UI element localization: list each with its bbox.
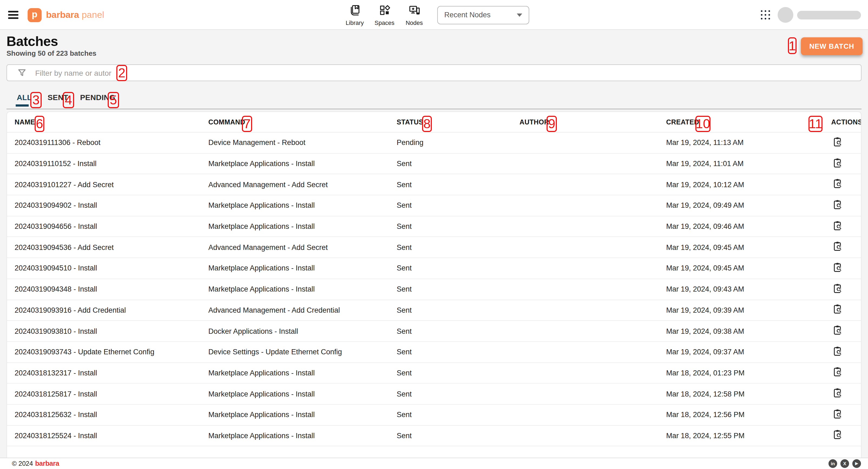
batch-created: Mar 19, 2024, 09:38 AM	[666, 327, 831, 335]
tab-pending[interactable]: PENDING	[80, 93, 115, 102]
batch-name: 20240318125524 - Install	[14, 432, 208, 440]
copyright-text: © 2024	[12, 460, 33, 467]
nav-library-label: Library	[345, 19, 364, 26]
table-row[interactable]: 20240319110152 - Install Marketplace App…	[7, 153, 861, 174]
view-batch-details-button[interactable]	[832, 262, 844, 274]
table-row[interactable]: 20240319094348 - Install Marketplace App…	[7, 279, 861, 300]
youtube-icon[interactable]: ▶	[852, 459, 861, 468]
table-row[interactable]: 20240319093810 - Install Docker Applicat…	[7, 321, 861, 342]
batch-status: Sent	[397, 327, 520, 335]
view-batch-details-button[interactable]	[832, 179, 844, 190]
batch-author	[520, 264, 666, 272]
nav-library[interactable]: Library	[340, 2, 370, 27]
library-icon	[349, 4, 361, 18]
view-batch-details-button[interactable]	[832, 137, 844, 149]
batch-status: Sent	[397, 201, 520, 210]
view-batch-details-button[interactable]	[832, 367, 844, 379]
batch-created: Mar 19, 2024, 09:49 AM	[666, 201, 831, 210]
view-batch-details-button[interactable]	[832, 283, 844, 295]
menu-icon[interactable]	[8, 11, 19, 19]
batch-status: Sent	[397, 264, 520, 272]
clipboard-search-icon	[832, 137, 843, 149]
filter-bar	[6, 64, 862, 81]
table-row[interactable]: 20240318125524 - Install Marketplace App…	[7, 426, 861, 446]
view-batch-details-button[interactable]	[832, 158, 844, 169]
batch-created: Mar 19, 2024, 11:01 AM	[666, 160, 831, 168]
table-row[interactable]: 20240319094902 - Install Marketplace App…	[7, 195, 861, 216]
table-row[interactable]: 20240319094656 - Install Marketplace App…	[7, 216, 861, 237]
view-batch-details-button[interactable]	[832, 388, 844, 400]
column-header-author[interactable]: AUTHOR	[520, 118, 666, 126]
batch-name: 20240319094348 - Install	[14, 285, 208, 293]
table-row[interactable]: 20240319111306 - Reboot Device Managemen…	[7, 132, 861, 153]
view-batch-details-button[interactable]	[832, 220, 844, 232]
batch-command: Advanced Management - Add Credential	[208, 306, 397, 314]
view-batch-details-button[interactable]	[832, 242, 844, 253]
batch-created: Mar 19, 2024, 11:13 AM	[666, 139, 831, 147]
apps-grid-icon[interactable]	[761, 10, 770, 20]
footer: © 2024 barbara inX▶	[0, 458, 868, 469]
table-row[interactable]: 20240319094536 - Add Secret Advanced Man…	[7, 237, 861, 258]
tab-sent[interactable]: SENT	[48, 93, 68, 102]
batch-author	[520, 306, 666, 314]
table-row[interactable]: 20240319093743 - Update Ethernet Config …	[7, 342, 861, 363]
batch-created: Mar 19, 2024, 09:46 AM	[666, 222, 831, 230]
table-row[interactable]: 20240319093916 - Add Credential Advanced…	[7, 300, 861, 321]
view-batch-details-button[interactable]	[832, 304, 844, 316]
batch-author	[520, 222, 666, 230]
batch-status: Sent	[397, 306, 520, 314]
view-batch-details-button[interactable]	[832, 325, 844, 337]
batch-name: 20240319094656 - Install	[14, 222, 208, 230]
batch-command: Marketplace Applications - Install	[208, 369, 397, 377]
view-batch-details-button[interactable]	[832, 199, 844, 212]
batch-name: 20240318132317 - Install	[14, 369, 208, 377]
nodes-icon	[408, 4, 421, 18]
table-row[interactable]: 20240318125632 - Install Marketplace App…	[7, 405, 861, 426]
tab-bar: ALL SENT PENDING	[0, 89, 868, 109]
batch-created: Mar 19, 2024, 09:45 AM	[666, 243, 831, 252]
table-row[interactable]: 20240319094510 - Install Marketplace App…	[7, 258, 861, 279]
batch-author	[520, 369, 666, 377]
batch-created: Mar 19, 2024, 09:45 AM	[666, 264, 831, 272]
batch-author	[520, 348, 666, 356]
filter-input[interactable]	[34, 68, 861, 77]
linkedin-icon[interactable]: in	[829, 459, 837, 468]
batch-status: Sent	[397, 160, 520, 168]
column-header-created[interactable]: CREATED	[666, 118, 831, 126]
logo-badge-icon: p	[28, 8, 42, 22]
batch-status: Sent	[397, 348, 520, 356]
batch-status: Pending	[397, 139, 520, 147]
x-icon[interactable]: X	[840, 459, 849, 468]
view-batch-details-button[interactable]	[832, 430, 844, 442]
batch-status: Sent	[397, 243, 520, 252]
column-header-name[interactable]: NAME	[14, 118, 208, 126]
table-row[interactable]: 20240319101227 - Add Secret Advanced Man…	[7, 175, 861, 195]
column-header-command[interactable]: COMMAND	[208, 118, 397, 126]
clipboard-search-icon	[832, 304, 843, 316]
batch-author	[520, 243, 666, 252]
clipboard-search-icon	[832, 409, 843, 421]
column-header-status[interactable]: STATUS	[397, 118, 520, 126]
batch-created: Mar 18, 2024, 01:23 PM	[666, 369, 831, 377]
view-batch-details-button[interactable]	[832, 409, 844, 421]
recent-nodes-select[interactable]: Recent Nodes	[437, 6, 529, 24]
nav-nodes[interactable]: Nodes	[399, 2, 429, 27]
new-batch-button[interactable]: NEW BATCH	[801, 37, 863, 55]
table-row[interactable]: 20240318125817 - Install Marketplace App…	[7, 384, 861, 405]
nav-nodes-label: Nodes	[406, 19, 423, 26]
batch-created: Mar 19, 2024, 10:12 AM	[666, 180, 831, 189]
clipboard-search-icon	[832, 158, 843, 169]
logo-suffix: panel	[82, 9, 104, 20]
table-row[interactable]: 20240318132317 - Install Marketplace App…	[7, 363, 861, 383]
batch-command: Advanced Management - Add Secret	[208, 180, 397, 189]
view-batch-details-button[interactable]	[832, 346, 844, 358]
clipboard-search-icon	[832, 262, 843, 274]
nav-spaces[interactable]: Spaces	[370, 2, 399, 27]
batch-author	[520, 180, 666, 189]
batch-command: Marketplace Applications - Install	[208, 160, 397, 168]
avatar[interactable]	[778, 7, 793, 23]
logo[interactable]: p barbara panel	[28, 8, 104, 22]
tab-all[interactable]: ALL	[17, 93, 32, 102]
clipboard-search-icon	[832, 325, 843, 337]
social-links: inX▶	[829, 459, 861, 468]
